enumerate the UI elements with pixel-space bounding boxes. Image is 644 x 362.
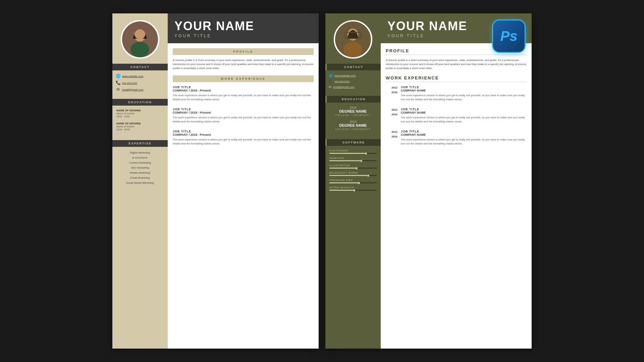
software-item: PHOTOSHOP xyxy=(325,149,381,154)
edu-entry-1-2: NAME OF DEGREE Name of School 2018 - 202… xyxy=(112,122,168,131)
edu-entry-2-1: 2018 DEGREE NAME COLLEGE / UNIVERSITY xyxy=(325,106,381,117)
resume1-right-panel: YOUR NAME YOUR TITLE PROFILE A resume pr… xyxy=(168,13,319,349)
contact-section-1: CONTACT 🌐 www.website.com 📞 xxx-xxx-xxxx… xyxy=(112,64,168,94)
job-desc-1-3: The work experience section is where you… xyxy=(173,138,314,146)
education-section-1: EDUCATION NAME OF DEGREE Name of School … xyxy=(112,99,168,135)
contact-email-2: ✉ email@gmail.com xyxy=(325,85,381,89)
photoshop-badge: Ps xyxy=(492,19,526,53)
software-section-2: SOFTWARE PHOTOSHOP INDESIGN ILLUSTRATOR … xyxy=(325,139,381,193)
resume1-photo xyxy=(121,20,159,59)
contact-website-2: 🌐 www.website.com xyxy=(325,74,381,77)
education-section-2: EDUCATION 2018 DEGREE NAME COLLEGE / UNI… xyxy=(325,96,381,134)
expertise-item-4: SEO Marketing xyxy=(112,165,168,170)
website-text-2: www.website.com xyxy=(334,74,356,77)
job-title-2-2: JOB TITLE xyxy=(401,108,527,111)
resume1-title: YOUR TITLE xyxy=(174,34,312,38)
email-icon-1: ✉ xyxy=(116,87,120,92)
profile-text-2: A resume profile is a short summary of y… xyxy=(386,58,527,70)
job-desc-2-2: The work experience section is where you… xyxy=(401,116,527,124)
resume2-right-panel: YOUR NAME YOUR TITLE PROFILE A resume pr… xyxy=(381,13,532,349)
phone-icon-2: 📞 xyxy=(329,79,333,83)
svg-point-4 xyxy=(135,30,145,39)
globe-icon-2: 🌐 xyxy=(329,74,333,77)
edu-entry-2-2: 2018 DEGREE NAME COLLEGE / UNIVERSITY xyxy=(325,120,381,131)
contact-email-1: ✉ email@gmail.com xyxy=(112,87,168,92)
job-title-2-1: JOB TITLE xyxy=(401,85,527,89)
job-years-2-1: 2012 2016 xyxy=(386,85,397,102)
software-label-2: SOFTWARE xyxy=(325,139,381,146)
resume1-content: PROFILE A resume profile is a short summ… xyxy=(168,43,319,157)
job-company-1-3: COMPANY / 2018 - Present xyxy=(173,133,314,136)
degree-school-2-2: COLLEGE / UNIVERSITY xyxy=(329,128,377,131)
job-years-2-3: 2012 2016 xyxy=(386,130,397,146)
profile-label-1: PROFILE xyxy=(173,48,314,55)
job-desc-2-1: The work experience section is where you… xyxy=(401,94,527,102)
expertise-item-5: Mobile Marketing xyxy=(112,170,168,175)
phone-icon-1: 📞 xyxy=(116,80,120,85)
job-title-1-3: JOB TITLE xyxy=(173,130,314,133)
work-label-2: WORK EXPERIENCE xyxy=(386,75,527,82)
contact-website-1: 🌐 www.website.com xyxy=(112,74,168,78)
job-entry-1-3: JOB TITLE COMPANY / 2018 - Present The w… xyxy=(173,130,314,146)
degree-school-2-1: COLLEGE / UNIVERSITY xyxy=(329,114,377,117)
email-text-2: email@gmail.com xyxy=(333,85,355,88)
software-item: AFTER EFFECTS xyxy=(325,186,381,191)
job-company-1-1: COMPANY / 2018 - Present xyxy=(173,89,314,92)
degree-name-1-1: NAME OF DEGREE xyxy=(116,109,164,112)
job-company-2-1: COMPANY NAME xyxy=(401,89,527,92)
expertise-item-1: Digital Marketing xyxy=(112,150,168,155)
phone-text-1: xxx-xxx-xxxx xyxy=(122,81,137,84)
main-wrapper: CONTACT 🌐 www.website.com 📞 xxx-xxx-xxxx… xyxy=(112,13,532,349)
job-years-2-2: 2012 2016 xyxy=(386,108,397,124)
resume1-left-panel: CONTACT 🌐 www.website.com 📞 xxx-xxx-xxxx… xyxy=(112,13,168,349)
email-text-1: email@gmail.com xyxy=(122,88,144,91)
job-desc-1-2: The work experience section is where you… xyxy=(173,116,314,124)
job-details-2-1: JOB TITLE COMPANY NAME The work experien… xyxy=(401,85,527,102)
degree-years-1-2: 2018 - 2020 xyxy=(116,128,164,131)
expertise-section-1: EXPERTISE Digital Marketing E-commerce C… xyxy=(112,140,168,185)
email-icon-2: ✉ xyxy=(329,85,331,89)
job-details-2-3: JOB TITLE COMPANY NAME The work experien… xyxy=(401,130,527,146)
software-item: ILLUSTRATOR xyxy=(325,164,381,169)
contact-phone-2: 📞 xxx-xxx-xxxx xyxy=(325,79,381,83)
education-label-1: EDUCATION xyxy=(112,99,168,106)
software-bars: PHOTOSHOP INDESIGN ILLUSTRATOR MICROSOFT… xyxy=(325,149,381,191)
degree-name-1-2: NAME OF DEGREE xyxy=(116,122,164,125)
job-row-2-1: 2012 2016 JOB TITLE COMPANY NAME The wor… xyxy=(386,85,527,102)
expertise-item-7: Social Media Marketing xyxy=(112,180,168,185)
resume1-name: YOUR NAME xyxy=(174,20,312,32)
phone-text-2: xxx-xxx-xxxx xyxy=(334,80,350,83)
software-item: PREMIERE PRO xyxy=(325,179,381,183)
degree-school-1-1: Name of School xyxy=(116,112,164,115)
education-label-2: EDUCATION xyxy=(325,96,381,103)
degree-year-2-1: 2018 xyxy=(329,106,377,109)
contact-label-1: CONTACT xyxy=(112,64,168,70)
edu-entry-1-1: NAME OF DEGREE Name of School 2018 - 202… xyxy=(112,109,168,118)
job-desc-1-1: The work experience section is where you… xyxy=(173,94,314,102)
svg-point-2 xyxy=(130,42,149,57)
job-company-2-2: COMPANY NAME xyxy=(401,111,527,114)
resume-template-1: CONTACT 🌐 www.website.com 📞 xxx-xxx-xxxx… xyxy=(112,13,319,349)
job-title-1-1: JOB TITLE xyxy=(173,85,314,89)
resume-template-2: CONTACT 🌐 www.website.com 📞 xxx-xxx-xxxx… xyxy=(325,13,532,349)
job-title-2-3: JOB TITLE xyxy=(401,130,527,133)
job-row-2-3: 2012 2016 JOB TITLE COMPANY NAME The wor… xyxy=(386,130,527,146)
software-item: INDESIGN xyxy=(325,157,381,161)
work-label-1: WORK EXPERIENCE xyxy=(173,75,314,82)
degree-year-2-2: 2018 xyxy=(329,120,377,123)
expertise-item-3: Content Marketing xyxy=(112,160,168,165)
contact-section-2: CONTACT 🌐 www.website.com 📞 xxx-xxx-xxxx… xyxy=(325,64,381,91)
resume1-header: YOUR NAME YOUR TITLE xyxy=(168,13,319,43)
website-text-1: www.website.com xyxy=(122,75,144,78)
job-details-2-2: JOB TITLE COMPANY NAME The work experien… xyxy=(401,108,527,124)
job-entry-1-1: JOB TITLE COMPANY / 2018 - Present The w… xyxy=(173,85,314,102)
contact-phone-1: 📞 xxx-xxx-xxxx xyxy=(112,80,168,85)
job-desc-2-3: The work experience section is where you… xyxy=(401,138,527,146)
ps-text: Ps xyxy=(500,28,517,44)
job-company-1-2: COMPANY / 2018 - Present xyxy=(173,111,314,114)
expertise-label-1: EXPERTISE xyxy=(112,140,168,147)
resume2-photo xyxy=(334,20,372,59)
expertise-item-2: E-commerce xyxy=(112,155,168,160)
contact-label-2: CONTACT xyxy=(325,64,381,70)
job-title-1-2: JOB TITLE xyxy=(173,108,314,111)
